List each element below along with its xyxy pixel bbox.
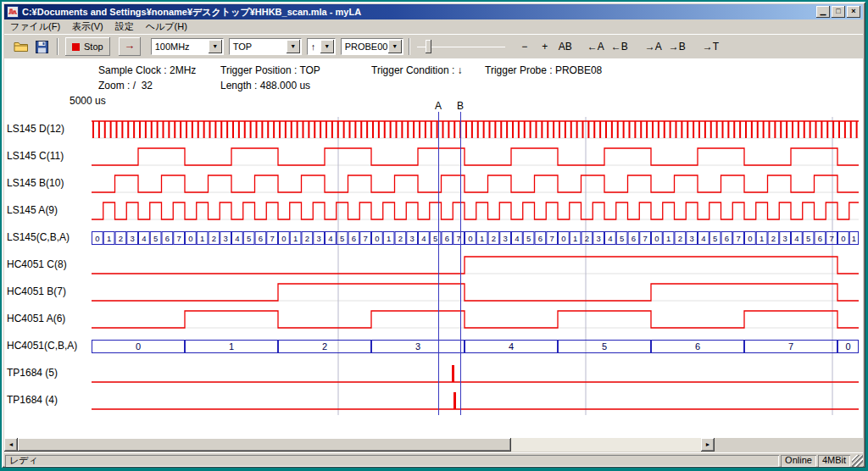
scrollbar-thumb[interactable] [18, 438, 511, 452]
svg-text:6: 6 [445, 234, 449, 243]
toolbar-zoom-buttons: −+AB [515, 37, 575, 56]
chevron-down-icon[interactable]: ▼ [388, 40, 402, 53]
svg-text:0: 0 [748, 234, 752, 243]
svg-text:1: 1 [760, 234, 764, 243]
svg-text:3: 3 [130, 234, 134, 243]
svg-text:6: 6 [165, 234, 170, 243]
status-online: Online [781, 455, 816, 467]
svg-text:2: 2 [492, 234, 496, 243]
toolbar: Stop → 100MHz▼TOP▼↑▼PROBE00▼ −+AB ←A←B→A… [4, 34, 863, 58]
channel-label: TP1684 (5) [7, 367, 58, 379]
svg-text:1: 1 [387, 234, 391, 243]
trigger-position-info: Trigger Position : TOP [220, 64, 320, 76]
channel-label: HC4051 A(6) [7, 313, 65, 324]
svg-text:3: 3 [503, 234, 507, 243]
slider-handle[interactable] [426, 40, 431, 53]
button-right-b[interactable]: →B [666, 37, 688, 56]
cursor-line-a[interactable] [438, 112, 439, 415]
cursor-label-a: A [433, 100, 443, 112]
button-zoom-ab[interactable]: AB [556, 37, 575, 56]
svg-text:5: 5 [602, 341, 607, 352]
svg-text:7: 7 [788, 341, 793, 352]
svg-text:6: 6 [352, 234, 356, 243]
svg-text:7: 7 [736, 234, 740, 243]
trigger-probe-info: Trigger Probe : PROBE08 [485, 64, 602, 76]
length-info: Length : 488.000 us [220, 80, 310, 91]
chevron-down-icon[interactable]: ▼ [287, 40, 300, 53]
channel-label: HC4051(C,B,A) [7, 340, 77, 352]
waveform-plot[interactable]: 0123456701234567012345670123456701234567… [92, 117, 859, 415]
button-left-a[interactable]: ←A [585, 37, 607, 56]
run-button[interactable]: → [119, 37, 141, 56]
svg-text:6: 6 [818, 234, 822, 243]
toolbar-combos: 100MHz▼TOP▼↑▼PROBE00▼ [151, 38, 403, 55]
sample-clock-info: Sample Clock : 2MHz [98, 64, 196, 76]
svg-text:0: 0 [281, 234, 286, 243]
svg-text:5: 5 [153, 234, 158, 243]
svg-text:1: 1 [200, 234, 204, 243]
svg-text:3: 3 [596, 234, 600, 243]
svg-text:3: 3 [409, 234, 414, 243]
window-title: C:¥Documents and Settings¥noname¥デスクトップ¥… [22, 6, 815, 19]
title-bar: C:¥Documents and Settings¥noname¥デスクトップ¥… [4, 4, 863, 19]
combo-clock[interactable]: 100MHz▼ [151, 38, 224, 55]
chevron-down-icon[interactable]: ▼ [320, 40, 334, 53]
scroll-left-button[interactable]: ◄ [4, 438, 18, 452]
channel-label: LS145 B(10) [7, 177, 64, 189]
svg-text:7: 7 [549, 234, 554, 243]
svg-text:6: 6 [259, 234, 263, 243]
svg-text:5: 5 [340, 234, 344, 243]
button-to-trigger[interactable]: →T [700, 37, 721, 56]
svg-text:0: 0 [654, 234, 659, 243]
button-zoom-out[interactable]: − [515, 37, 534, 56]
status-memory: 4MBit [818, 455, 850, 467]
combo-trigger-position[interactable]: TOP▼ [229, 38, 302, 55]
svg-text:0: 0 [95, 234, 99, 243]
svg-text:3: 3 [316, 234, 320, 243]
menu-item-help[interactable]: ヘルプ(H) [140, 19, 193, 34]
toolbar-separator [409, 38, 410, 55]
app-window: C:¥Documents and Settings¥noname¥デスクトップ¥… [2, 2, 865, 468]
svg-text:0: 0 [188, 234, 192, 243]
svg-text:7: 7 [643, 234, 647, 243]
combo-trigger-probe[interactable]: PROBE00▼ [341, 38, 403, 55]
status-bar: レディ Online 4MBit [4, 452, 863, 467]
cursor-line-b[interactable] [460, 112, 461, 415]
combo-value-trigger-edge: ↑ [308, 42, 320, 52]
menu-item-settings[interactable]: 設定 [109, 19, 140, 34]
button-right-a[interactable]: →A [643, 37, 665, 56]
horizontal-scrollbar[interactable]: ◄ ► [4, 438, 715, 452]
status-message: レディ [5, 455, 779, 467]
resize-grip[interactable] [852, 455, 863, 467]
svg-text:5: 5 [433, 234, 437, 243]
svg-text:2: 2 [322, 341, 327, 352]
svg-text:5: 5 [526, 234, 531, 243]
svg-text:4: 4 [235, 234, 239, 243]
combo-value-trigger-position: TOP [230, 42, 287, 52]
channel-labels: LS145 D(12)LS145 C(11)LS145 B(10)LS145 A… [7, 2, 92, 425]
svg-text:4: 4 [142, 234, 146, 243]
svg-text:7: 7 [829, 234, 833, 243]
scroll-right-button[interactable]: ► [701, 438, 715, 452]
button-zoom-in[interactable]: + [536, 37, 554, 56]
maximize-button[interactable]: □ [832, 6, 845, 18]
trigger-condition-info: Trigger Condition : ↓ [371, 64, 463, 76]
close-button[interactable]: × [847, 6, 860, 18]
svg-text:0: 0 [561, 234, 565, 243]
svg-text:5: 5 [713, 234, 717, 243]
svg-text:3: 3 [415, 341, 420, 352]
zoom-slider[interactable] [417, 37, 505, 56]
svg-text:1: 1 [666, 234, 670, 243]
cursor-label-b: B [455, 100, 465, 112]
chevron-down-icon[interactable]: ▼ [209, 40, 222, 53]
svg-text:2: 2 [678, 234, 682, 243]
button-left-b[interactable]: ←B [609, 37, 631, 56]
minimize-button[interactable]: ▁ [816, 6, 830, 18]
svg-text:1: 1 [229, 341, 234, 352]
svg-text:7: 7 [363, 234, 367, 243]
svg-text:4: 4 [701, 234, 705, 243]
svg-text:0: 0 [845, 341, 850, 352]
channel-label: LS145 C(11) [7, 150, 64, 162]
svg-text:6: 6 [632, 234, 636, 243]
combo-trigger-edge[interactable]: ↑▼ [307, 38, 336, 55]
